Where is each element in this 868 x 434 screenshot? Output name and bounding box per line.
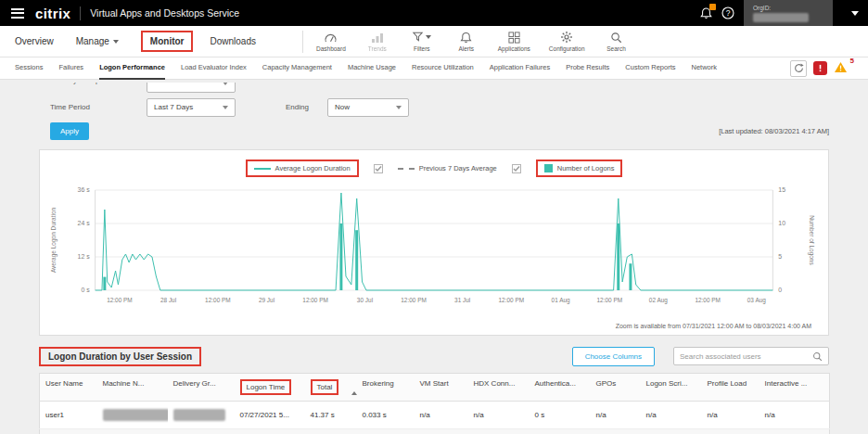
citrix-monitor-screen: citrix Virtual Apps and Desktops Service… (0, 0, 868, 434)
checkmark-icon (375, 165, 382, 172)
tab-resource-utilization[interactable]: Resource Utilization (412, 57, 474, 80)
ending-value: Now (335, 103, 350, 111)
legend-previous-7-days-average: Previous 7 Days Average (398, 164, 497, 172)
trends-button[interactable]: Trends (364, 31, 390, 52)
search-button[interactable]: Search (604, 31, 630, 52)
nav-item-monitor[interactable]: Monitor (141, 31, 194, 52)
ending-select[interactable]: Now (327, 98, 409, 117)
chevron-down-icon (113, 40, 119, 44)
tab-machine-usage[interactable]: Machine Usage (348, 57, 396, 80)
nav-item-manage[interactable]: Manage (76, 36, 119, 46)
svg-text:12:00 PM: 12:00 PM (596, 297, 622, 303)
refresh-button[interactable] (790, 60, 807, 77)
svg-text:12:00 PM: 12:00 PM (499, 297, 525, 303)
dashboard-button[interactable]: Dashboard (316, 31, 346, 52)
ending-label: Ending (286, 103, 327, 111)
svg-text:Number of Logons: Number of Logons (808, 215, 815, 264)
nav-item-overview[interactable]: Overview (15, 36, 54, 46)
redacted-delivery-group (173, 409, 225, 421)
tab-sessions[interactable]: Sessions (15, 57, 43, 80)
clipped-filter-row: Delivery Group (50, 83, 829, 95)
col-user-name[interactable]: User Name (40, 374, 97, 402)
chevron-down-icon (223, 83, 228, 85)
tab-custom-reports[interactable]: Custom Reports (625, 57, 675, 80)
time-period-select[interactable]: Last 7 Days (147, 98, 236, 117)
error-alert-icon[interactable] (813, 61, 827, 75)
col-delivery-group[interactable]: Delivery Gr... (168, 374, 235, 402)
main-nav-bar: Overview Manage Monitor Downloads Dashbo… (0, 26, 868, 57)
tab-failures[interactable]: Failures (58, 57, 83, 80)
col-logon-time[interactable]: Logon Time (235, 374, 305, 402)
svg-text:12 s: 12 s (78, 253, 91, 260)
org-id-panel[interactable]: OrgID: (744, 0, 833, 26)
col-authentication[interactable]: Authentica... (530, 374, 591, 402)
logon-performance-chart[interactable]: 0 s12 s24 s36 s05101512:00 PM28 Jul12:00… (47, 181, 821, 320)
associated-users-search[interactable] (673, 347, 829, 365)
funnel-icon (412, 31, 424, 44)
table-header-row: Logon Duration by User Session Choose Co… (39, 345, 829, 367)
svg-text:Average Logon Duration: Average Logon Duration (50, 207, 57, 273)
gear-icon (560, 31, 573, 44)
tab-probe-results[interactable]: Probe Results (566, 57, 609, 80)
alert-bell-icon (460, 31, 472, 44)
search-input[interactable] (680, 352, 812, 361)
logon-performance-chart-card: Average Logon Duration Previous 7 Days A… (39, 149, 829, 336)
alerts-button[interactable]: Alerts (453, 31, 479, 52)
line-swatch-icon (254, 168, 271, 170)
nav-item-downloads[interactable]: Downloads (210, 36, 255, 46)
svg-text:28 Jul: 28 Jul (160, 297, 176, 303)
previous-average-checkbox[interactable] (374, 164, 383, 173)
trends-icon (371, 31, 384, 44)
col-profile-load[interactable]: Profile Load (702, 374, 760, 402)
delivery-group-label: Delivery Group (50, 83, 99, 84)
warning-count-badge: 5 (850, 57, 854, 65)
help-icon[interactable]: ? (721, 6, 734, 19)
svg-text:0: 0 (778, 287, 782, 293)
applications-grid-icon (508, 31, 520, 44)
svg-text:02 Aug: 02 Aug (649, 297, 668, 304)
filters-button[interactable]: Filters (409, 31, 435, 52)
search-icon (812, 351, 823, 362)
col-machine-name[interactable]: Machine N... (97, 374, 168, 402)
hamburger-menu-icon[interactable] (9, 5, 26, 22)
time-period-value: Last 7 Days (154, 103, 193, 111)
redacted-org-id (753, 13, 809, 22)
last-updated-text: [Last updated: 08/03/2021 4:17 AM] (719, 127, 829, 135)
svg-text:5: 5 (778, 253, 782, 260)
table-row[interactable]: user1 07/27/2021 5... 41.37 s 0.033 s n/… (40, 402, 830, 429)
tab-application-failures[interactable]: Application Failures (490, 57, 550, 80)
logon-duration-table: User Name Machine N... Delivery Gr... Lo… (39, 373, 830, 434)
time-period-label: Time Period (50, 103, 147, 111)
col-interactive[interactable]: Interactive ... (760, 374, 830, 402)
chevron-down-icon (426, 35, 431, 39)
col-total[interactable]: Total (305, 374, 357, 402)
warning-alert-icon[interactable]: 5 (834, 60, 853, 77)
topbar-divider (80, 6, 81, 20)
number-of-logons-checkbox[interactable] (512, 164, 521, 173)
notifications-bell-icon[interactable] (700, 6, 712, 19)
col-vm-start[interactable]: VM Start (415, 374, 468, 402)
gauge-icon (324, 31, 338, 44)
top-bar: citrix Virtual Apps and Desktops Service… (0, 0, 868, 26)
apply-button[interactable]: Apply (50, 122, 89, 140)
applications-button[interactable]: Applications (498, 31, 530, 52)
tab-network[interactable]: Network (691, 57, 717, 80)
svg-text:0 s: 0 s (81, 287, 90, 293)
table-row[interactable]: user1 07/30/2021 2... 36.29 s 0.03 s n/a… (40, 429, 830, 434)
choose-columns-button[interactable]: Choose Columns (572, 347, 655, 366)
configuration-button[interactable]: Configuration (549, 31, 585, 52)
col-brokering[interactable]: Brokering (357, 374, 415, 402)
chevron-down-icon (396, 106, 402, 109)
zoom-availability-note: Zoom is available from 07/31/2021 12:00 … (47, 320, 821, 333)
col-gpos[interactable]: GPOs (591, 374, 641, 402)
col-hdx-connection[interactable]: HDX Conn... (468, 374, 530, 402)
bar-swatch-icon (544, 164, 553, 172)
delivery-group-select[interactable] (147, 83, 236, 93)
svg-text:15: 15 (778, 186, 785, 193)
col-logon-scripts[interactable]: Logon Scri... (641, 374, 702, 402)
tab-logon-performance[interactable]: Logon Performance (99, 57, 165, 80)
chart-legend: Average Logon Duration Previous 7 Days A… (47, 160, 821, 177)
account-chevron-down-icon[interactable] (851, 11, 859, 16)
tab-capacity-management[interactable]: Capacity Management (262, 57, 332, 80)
tab-load-evaluator-index[interactable]: Load Evaluator Index (181, 57, 247, 80)
